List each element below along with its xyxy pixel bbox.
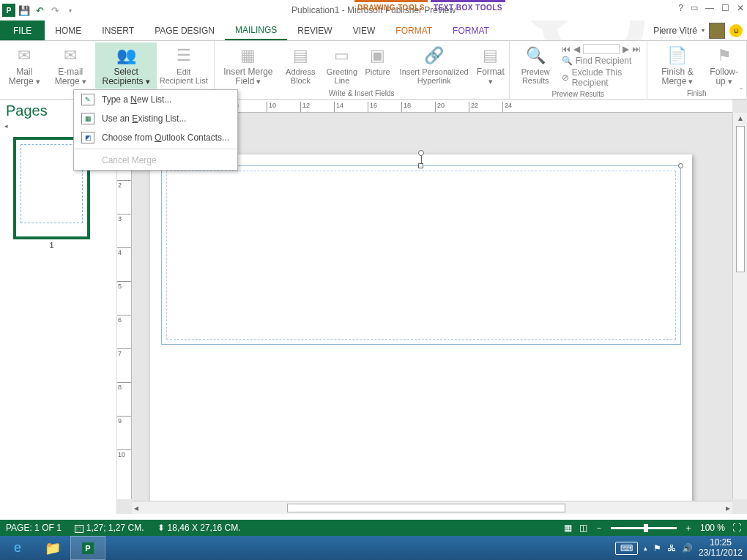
tray-keyboard-icon[interactable]: ⌨ [615,542,638,555]
personalized-hyperlink-button[interactable]: 🔗Insert Personalized Hyperlink [393,42,475,89]
scrollbar-thumb-h[interactable] [287,504,565,512]
window-controls: ? ▭ — ☐ ✕ [678,3,744,13]
tab-page-design[interactable]: PAGE DESIGN [144,20,225,40]
ribbon-options-icon[interactable]: ▭ [691,3,698,13]
scrollbar-thumb-v[interactable] [736,126,745,272]
prev-record-icon[interactable]: ◀ [573,44,580,54]
zoom-fit-icon[interactable]: ⛶ [732,523,741,533]
feedback-icon[interactable]: ☺ [729,24,743,37]
tab-mailings[interactable]: MAILINGS [225,20,287,40]
user-name[interactable]: Pierre Vitré [653,26,697,36]
picture-icon: ▣ [366,44,390,67]
user-dropdown-icon[interactable]: ▾ [702,27,705,34]
zoom-level[interactable]: 100 % [700,523,725,533]
exclude-icon: ⊘ [562,72,569,83]
scroll-left-icon[interactable]: ◂ [132,503,141,513]
zoom-in-icon[interactable]: ＋ [684,522,693,534]
help-icon[interactable]: ? [678,3,683,13]
last-record-icon[interactable]: ⏭ [632,44,641,54]
tray-clock[interactable]: 10:2523/11/2012 [699,538,743,559]
email-merge-button[interactable]: ✉E-mail Merge ▾ [45,42,95,89]
outlook-icon: ◩ [81,132,94,143]
edit-list-icon: ☰ [172,44,196,67]
preview-icon: 🔍 [524,44,547,67]
tab-home[interactable]: HOME [45,20,92,40]
tab-review[interactable]: REVIEW [287,20,342,40]
close-icon[interactable]: ✕ [737,3,744,13]
tab-view[interactable]: VIEW [343,20,386,40]
finish-merge-button[interactable]: 📄Finish & Merge ▾ [650,42,705,89]
selected-textbox[interactable] [161,165,681,345]
taskbar-publisher-icon[interactable]: P [70,536,105,560]
textbox-tools-label: TEXT BOX TOOLS [431,0,505,13]
view-spread-icon[interactable]: ◫ [579,523,587,533]
preview-results-button[interactable]: 🔍Preview Results [513,42,559,89]
user-avatar[interactable] [709,23,725,39]
drawing-tools-label: DRAWING TOOLS [354,0,428,13]
envelope-icon: ✉ [12,44,36,67]
maximize-icon[interactable]: ☐ [721,3,729,13]
zoom-out-icon[interactable]: － [595,522,603,534]
find-recipient-button[interactable]: 🔍Find Recipient [562,56,641,66]
vertical-ruler[interactable]: 012345678910 [117,113,132,499]
status-position: ⬚1,27; 1,27 CM. [75,523,144,533]
menu-outlook-contacts[interactable]: ◩Choose from Outlook Contacts... [74,128,237,147]
status-page[interactable]: PAGE: 1 OF 1 [6,523,62,533]
tab-drawing-format[interactable]: FORMAT [385,20,442,40]
view-single-icon[interactable]: ▦ [564,523,572,533]
recipients-icon: 👥 [114,44,138,67]
taskbar-ie-icon[interactable]: e [0,536,35,560]
scroll-right-icon[interactable]: ▸ [724,503,732,513]
record-nav[interactable]: ⏮ ◀ ▶ ⏭ [562,44,641,54]
tray-volume-icon[interactable]: 🔊 [682,543,693,553]
publication-page[interactable] [150,154,692,514]
page-thumbnail-number: 1 [13,241,90,250]
exclude-recipient-button[interactable]: ⊘Exclude This Recipient [562,67,641,88]
publisher-app-icon[interactable]: P [2,4,15,17]
windows-taskbar: e 📁 P ⌨ ▴ ⚑ 🖧 🔊 10:2523/11/2012 [0,536,747,560]
tray-network-icon[interactable]: 🖧 [667,543,676,553]
greeting-icon: ▭ [330,44,354,67]
resize-handle-ne[interactable] [678,163,683,168]
minimize-icon[interactable]: — [705,3,714,13]
followup-button[interactable]: ⚑Follow-up ▾ [705,42,743,89]
select-recipients-dropdown: ✎Type a New List... ▦Use an Existing Lis… [73,89,238,171]
format-button[interactable]: ▤Format ▾ [475,42,506,89]
address-block-button[interactable]: ▤Address Block [279,42,322,89]
menu-use-existing-list[interactable]: ▦Use an Existing List... [74,109,237,128]
status-bar: PAGE: 1 OF 1 ⬚1,27; 1,27 CM. ⬍18,46 X 27… [0,520,747,536]
tray-flag-icon[interactable]: ⚑ [653,543,661,553]
collapse-ribbon-icon[interactable]: ˆ [740,87,743,96]
vertical-scrollbar[interactable]: ▴ [732,113,747,499]
select-recipients-button[interactable]: 👥Select Recipients ▾ [95,42,157,89]
qat-customize-icon[interactable]: ▾ [64,4,77,17]
edit-recipient-list-button[interactable]: ☰Edit Recipient List [157,42,210,89]
undo-icon[interactable]: ↶ [33,4,46,17]
tray-chevron-icon[interactable]: ▴ [644,545,647,552]
tab-textbox-format[interactable]: FORMAT [442,20,499,40]
type-list-icon: ✎ [81,94,94,105]
flag-icon: ⚑ [713,44,736,67]
mail-merge-button[interactable]: ✉Mail Merge ▾ [3,42,45,89]
menu-type-new-list[interactable]: ✎Type a New List... [74,90,237,109]
finish-icon: 📄 [666,44,689,67]
tab-file[interactable]: FILE [0,20,45,40]
horizontal-scrollbar[interactable]: ◂▸ [132,501,732,514]
save-icon[interactable]: 💾 [18,4,31,17]
resize-handle-n[interactable] [418,163,423,168]
first-record-icon[interactable]: ⏮ [562,44,571,54]
ribbon-group-write-insert: ▦Insert Merge Field ▾ ▤Address Block ▭Gr… [215,41,510,100]
taskbar-explorer-icon[interactable]: 📁 [35,536,70,560]
scroll-up-icon[interactable]: ▴ [733,113,747,123]
picture-button[interactable]: ▣Picture [363,42,393,89]
rotate-handle[interactable] [418,150,424,156]
redo-icon[interactable]: ↷ [48,4,62,17]
menu-cancel-merge: Cancel Merge [74,151,237,170]
record-number-input[interactable] [583,44,620,54]
greeting-line-button[interactable]: ▭Greeting Line [322,42,362,89]
next-record-icon[interactable]: ▶ [622,44,629,54]
insert-merge-field-button[interactable]: ▦Insert Merge Field ▾ [218,42,280,89]
tab-insert[interactable]: INSERT [92,20,144,40]
ribbon-tabs: FILE HOME INSERT PAGE DESIGN MAILINGS RE… [0,20,747,41]
zoom-slider[interactable] [611,527,677,529]
